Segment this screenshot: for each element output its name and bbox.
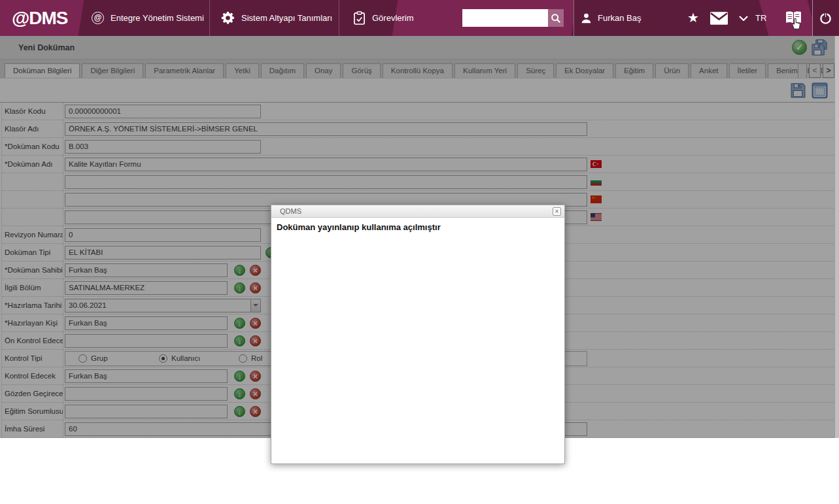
language-label: TR (755, 13, 766, 23)
menu-divider (209, 0, 210, 36)
clipboard-icon (353, 11, 366, 25)
integrated-system-icon: @ (92, 12, 104, 24)
gear-icon (221, 11, 235, 25)
menu-divider (339, 0, 339, 36)
user-name: Furkan Baş (598, 13, 641, 23)
menu-item-gorevlerim[interactable]: Görevlerim (353, 0, 414, 36)
menu-item-entegre-yonetim-sistemi[interactable]: @ Entegre Yönetim Sistemi (92, 0, 204, 36)
menu-label: Entegre Yönetim Sistemi (111, 13, 204, 23)
menu-item-sistem-altyapi-tanimlari[interactable]: Sistem Altyapı Tanımları (221, 0, 332, 36)
dialog-title: QDMS (271, 205, 564, 218)
qdms-message-dialog: QDMS × Doküman yayınlanıp kullanıma açıl… (271, 205, 565, 464)
top-navbar: @DMS @ Entegre Yönetim Sistemi Sistem Al… (0, 0, 839, 36)
qdms-logo[interactable]: @DMS (12, 0, 68, 36)
user-menu[interactable]: Furkan Baş (581, 0, 641, 36)
logout-button[interactable] (819, 0, 832, 36)
star-icon: ★ (687, 0, 699, 36)
envelope-icon (710, 12, 728, 25)
chevron-down-icon (739, 16, 748, 21)
favorites-button[interactable]: ★ (687, 0, 699, 36)
user-icon (581, 12, 592, 24)
dialog-close-button[interactable]: × (553, 207, 561, 216)
dialog-message: Doküman yayınlanıp kullanıma açılmıştır (277, 222, 559, 232)
dialog-body: Doküman yayınlanıp kullanıma açılmıştır (271, 218, 564, 237)
power-icon (819, 11, 832, 25)
scrollbar-gutter[interactable] (834, 36, 839, 438)
page-content: Yeni Doküman ✓ Doküman Bilgileri Diğer B… (0, 36, 839, 438)
qdms-logo-text: @DMS (12, 8, 68, 29)
search-button[interactable] (548, 9, 564, 27)
messages-button[interactable] (710, 0, 728, 36)
search-input[interactable] (462, 9, 548, 27)
menu-label: Görevlerim (372, 13, 414, 23)
qdms-app: @DMS @ Entegre Yönetim Sistemi Sistem Al… (0, 0, 839, 504)
mouse-cursor (790, 17, 802, 33)
language-dropdown[interactable]: TR (739, 0, 766, 36)
dialog-title-bar[interactable]: QDMS × (271, 205, 564, 218)
search-icon (551, 13, 561, 24)
menu-label: Sistem Altyapı Tanımları (241, 13, 332, 23)
